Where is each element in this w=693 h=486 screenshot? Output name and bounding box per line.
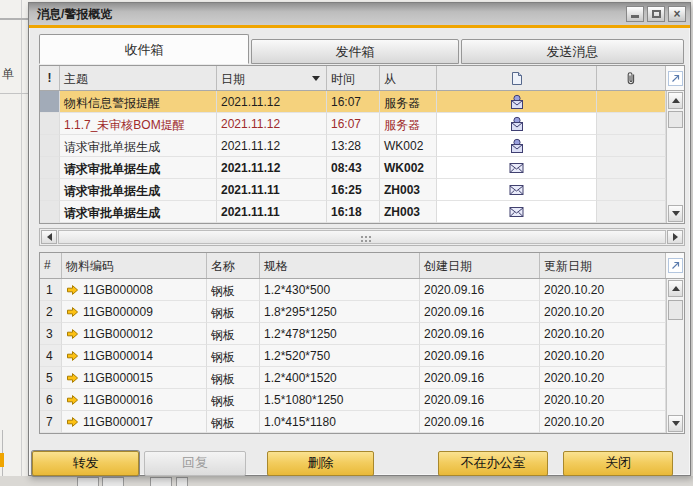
column-header-time[interactable]: 时间 xyxy=(327,66,380,90)
item-code-cell[interactable]: 11GB000015 xyxy=(62,367,207,389)
message-row[interactable]: 请求审批单据生成 2021.11.12 08:43 WK002 xyxy=(40,157,666,179)
column-header-spec[interactable]: 规格 xyxy=(260,253,420,278)
message-subject[interactable]: 1.1.7_未审核BOM提醒 xyxy=(60,113,217,135)
message-read-status-cell[interactable] xyxy=(437,91,597,113)
column-header-subject[interactable]: 主题 xyxy=(60,66,217,90)
item-index: 5 xyxy=(40,367,62,389)
message-subject[interactable]: 请求审批单据生成 xyxy=(60,201,217,223)
item-created-date: 2020.09.16 xyxy=(420,367,540,389)
inbox-horizontal-scrollbar[interactable] xyxy=(39,228,685,246)
orange-link-arrow-icon[interactable] xyxy=(66,284,79,296)
expand-table-button[interactable] xyxy=(666,66,684,90)
message-priority-cell[interactable] xyxy=(40,135,60,157)
message-row[interactable]: 1.1.7_未审核BOM提醒 2021.11.12 16:07 服务器 xyxy=(40,113,666,135)
column-header-attachment[interactable] xyxy=(597,66,666,90)
message-read-status-cell[interactable] xyxy=(437,157,597,179)
item-name: 钢板 xyxy=(207,301,260,323)
tab-inbox[interactable]: 收件箱 xyxy=(39,34,249,64)
scroll-up-button[interactable] xyxy=(668,280,683,297)
message-row[interactable]: 请求审批单据生成 2021.11.11 16:25 ZH003 xyxy=(40,179,666,201)
message-priority-cell[interactable] xyxy=(40,201,60,223)
message-priority-cell[interactable] xyxy=(40,91,60,113)
out-of-office-button[interactable]: 不在办公室 xyxy=(438,451,548,476)
item-row[interactable]: 2 11GB000009 钢板 1.8*295*1250 2020.09.16 … xyxy=(40,301,666,323)
expand-table-button[interactable] xyxy=(666,253,684,278)
column-header-from[interactable]: 从 xyxy=(380,66,437,90)
background-window-fragment xyxy=(102,477,124,486)
orange-link-arrow-icon[interactable] xyxy=(66,394,79,406)
item-row[interactable]: 3 11GB000012 钢板 1.2*478*1250 2020.09.16 … xyxy=(40,323,666,345)
column-header-priority[interactable]: ! xyxy=(40,66,60,90)
background-window-fragment xyxy=(0,453,4,467)
message-read-status-cell[interactable] xyxy=(437,201,597,223)
column-header-material-code[interactable]: 物料编码 xyxy=(62,253,207,278)
triangle-down-icon xyxy=(672,421,680,426)
item-row[interactable]: 1 11GB000008 钢板 1.2*430*500 2020.09.16 2… xyxy=(40,279,666,301)
item-spec: 1.5*1080*1250 xyxy=(260,389,420,411)
message-from: 服务器 xyxy=(380,113,437,135)
column-header-read-status[interactable] xyxy=(437,66,597,90)
background-window-fragment xyxy=(176,477,188,486)
item-index: 6 xyxy=(40,389,62,411)
close-window-button[interactable]: × xyxy=(668,6,686,22)
title-bar[interactable]: 消息/警报概览 × xyxy=(29,3,690,25)
orange-link-arrow-icon[interactable] xyxy=(66,328,79,340)
item-code-cell[interactable]: 11GB000012 xyxy=(62,323,207,345)
message-row[interactable]: 物料信息警报提醒 2021.11.12 16:07 服务器 xyxy=(40,91,666,113)
maximize-button[interactable] xyxy=(647,6,665,22)
horizontal-scrollbar-thumb[interactable] xyxy=(58,230,666,244)
item-code: 11GB000016 xyxy=(83,392,153,407)
column-header-updated-date[interactable]: 更新日期 xyxy=(540,253,666,278)
orange-link-arrow-icon[interactable] xyxy=(66,372,79,384)
inbox-vertical-scrollbar[interactable] xyxy=(666,91,684,223)
message-read-status-cell[interactable] xyxy=(437,113,597,135)
column-header-name[interactable]: 名称 xyxy=(207,253,260,278)
triangle-up-icon xyxy=(672,286,680,291)
item-code: 11GB000008 xyxy=(83,282,153,297)
item-code-cell[interactable]: 11GB000008 xyxy=(62,279,207,301)
item-row[interactable]: 7 11GB000017 钢板 1.0*415*1180 2020.09.16 … xyxy=(40,411,666,433)
column-header-date[interactable]: 日期 xyxy=(217,66,327,90)
item-row[interactable]: 4 11GB000014 钢板 1.2*520*750 2020.09.16 2… xyxy=(40,345,666,367)
message-row[interactable]: 请求审批单据生成 2021.11.11 16:18 ZH003 xyxy=(40,201,666,223)
column-header-created-date[interactable]: 创建日期 xyxy=(420,253,540,278)
background-partial-text: 单 xyxy=(2,66,14,83)
message-priority-cell[interactable] xyxy=(40,179,60,201)
scroll-right-button[interactable] xyxy=(667,230,683,244)
message-subject[interactable]: 请求审批单据生成 xyxy=(60,179,217,201)
orange-link-arrow-icon[interactable] xyxy=(66,350,79,362)
scroll-left-button[interactable] xyxy=(41,230,57,244)
items-vertical-scrollbar[interactable] xyxy=(666,279,684,433)
tab-send-message[interactable]: 发送消息 xyxy=(461,39,684,64)
orange-link-arrow-icon[interactable] xyxy=(66,306,79,318)
scrollbar-thumb[interactable] xyxy=(668,300,683,320)
message-subject[interactable]: 请求审批单据生成 xyxy=(60,135,217,157)
orange-link-arrow-icon[interactable] xyxy=(66,416,79,428)
tab-outbox[interactable]: 发件箱 xyxy=(251,39,459,64)
message-read-status-cell[interactable] xyxy=(437,135,597,157)
scroll-up-button[interactable] xyxy=(668,92,683,109)
minimize-button[interactable] xyxy=(626,6,644,22)
message-priority-cell[interactable] xyxy=(40,113,60,135)
item-row[interactable]: 6 11GB000016 钢板 1.5*1080*1250 2020.09.16… xyxy=(40,389,666,411)
item-code-cell[interactable]: 11GB000009 xyxy=(62,301,207,323)
message-subject[interactable]: 物料信息警报提醒 xyxy=(60,91,217,113)
message-row[interactable]: 请求审批单据生成 2021.11.12 13:28 WK002 xyxy=(40,135,666,157)
message-read-status-cell[interactable] xyxy=(437,179,597,201)
window-title: 消息/警报概览 xyxy=(37,6,112,23)
item-code-cell[interactable]: 11GB000017 xyxy=(62,411,207,433)
item-name: 钢板 xyxy=(207,279,260,301)
forward-button[interactable]: 转发 xyxy=(32,451,139,476)
message-subject[interactable]: 请求审批单据生成 xyxy=(60,157,217,179)
scroll-down-button[interactable] xyxy=(668,415,683,432)
column-header-index[interactable]: # xyxy=(40,253,62,278)
message-priority-cell[interactable] xyxy=(40,157,60,179)
close-button[interactable]: 关闭 xyxy=(563,451,673,476)
delete-button[interactable]: 删除 xyxy=(267,451,374,476)
item-code-cell[interactable]: 11GB000014 xyxy=(62,345,207,367)
item-row[interactable]: 5 11GB000015 钢板 1.2*400*1520 2020.09.16 … xyxy=(40,367,666,389)
item-code-cell[interactable]: 11GB000016 xyxy=(62,389,207,411)
scroll-down-button[interactable] xyxy=(668,205,683,222)
maximize-icon xyxy=(652,10,661,18)
scrollbar-thumb[interactable] xyxy=(668,111,683,128)
